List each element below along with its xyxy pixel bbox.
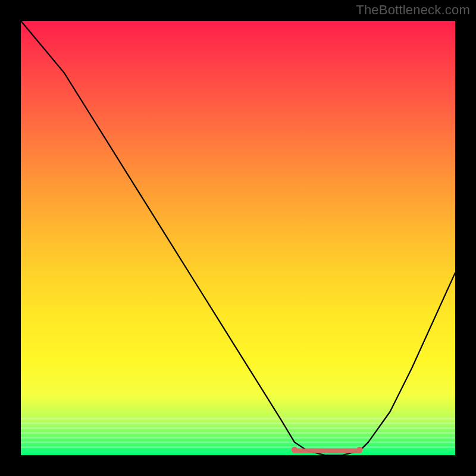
optimal-marker [21,21,455,455]
optimal-range-end-dot [356,447,362,453]
watermark: TheBottleneck.com [356,2,470,18]
plot-area [21,21,455,455]
chart-root: TheBottleneck.com [0,0,476,476]
optimal-range-start-dot [292,447,298,453]
